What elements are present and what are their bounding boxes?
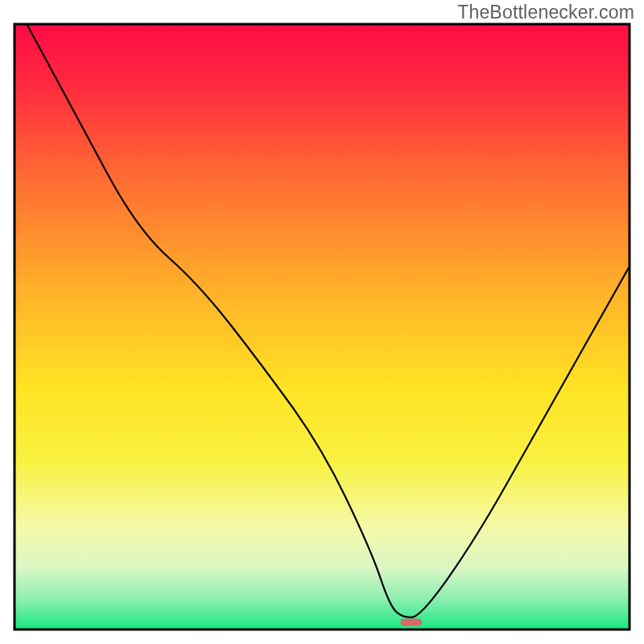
optimal-marker [400, 618, 422, 625]
plot-area [14, 24, 630, 630]
bottleneck-chart [0, 0, 644, 644]
plot-background [14, 24, 630, 630]
chart-container: TheBottlenecker.com [0, 0, 644, 644]
watermark-text: TheBottlenecker.com [457, 2, 634, 23]
